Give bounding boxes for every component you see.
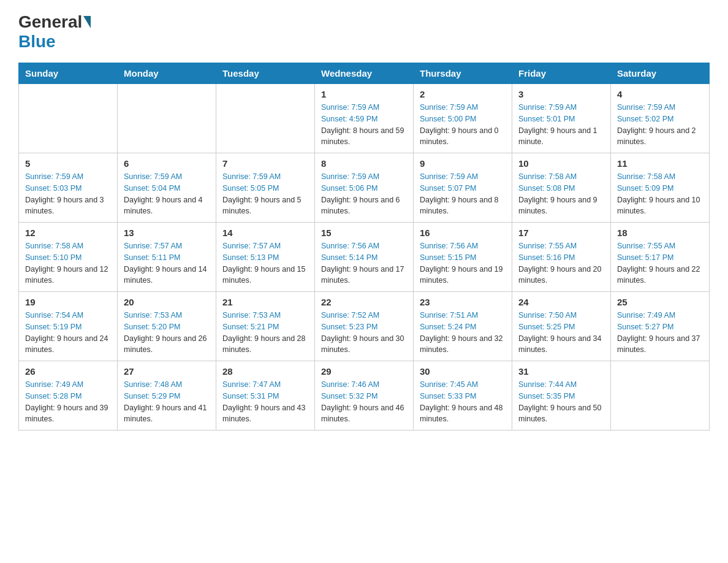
sunrise-text: Sunrise: 7:55 AM xyxy=(617,242,675,250)
weekday-header-saturday: Saturday xyxy=(611,63,710,84)
daylight-text: Daylight: 9 hours and 32 minutes. xyxy=(420,334,503,354)
calendar-cell: 20Sunrise: 7:53 AMSunset: 5:20 PMDayligh… xyxy=(118,292,216,361)
day-number: 16 xyxy=(420,228,506,238)
daylight-text: Daylight: 9 hours and 39 minutes. xyxy=(25,404,108,424)
sunrise-text: Sunrise: 7:59 AM xyxy=(321,172,379,181)
weekday-header-thursday: Thursday xyxy=(414,63,512,84)
sunrise-text: Sunrise: 7:48 AM xyxy=(124,380,182,389)
day-number: 24 xyxy=(518,297,604,307)
day-info: Sunrise: 7:55 AMSunset: 5:16 PMDaylight:… xyxy=(518,240,604,286)
daylight-text: Daylight: 9 hours and 19 minutes. xyxy=(420,265,503,285)
calendar-cell xyxy=(118,84,216,153)
day-number: 19 xyxy=(25,297,111,307)
calendar-cell: 14Sunrise: 7:57 AMSunset: 5:13 PMDayligh… xyxy=(216,223,315,292)
day-number: 20 xyxy=(124,297,210,307)
day-info: Sunrise: 7:59 AMSunset: 5:06 PMDaylight:… xyxy=(321,171,407,217)
sunset-text: Sunset: 5:07 PM xyxy=(420,184,476,193)
sunset-text: Sunset: 5:02 PM xyxy=(617,115,673,123)
sunset-text: Sunset: 5:13 PM xyxy=(222,253,279,262)
sunset-text: Sunset: 5:11 PM xyxy=(124,253,180,262)
sunset-text: Sunset: 5:25 PM xyxy=(518,323,575,331)
day-info: Sunrise: 7:51 AMSunset: 5:24 PMDaylight:… xyxy=(420,310,506,356)
daylight-text: Daylight: 9 hours and 24 minutes. xyxy=(25,334,108,354)
day-info: Sunrise: 7:49 AMSunset: 5:27 PMDaylight:… xyxy=(617,310,703,356)
weekday-header-wednesday: Wednesday xyxy=(315,63,414,84)
sunrise-text: Sunrise: 7:58 AM xyxy=(617,172,675,181)
sunset-text: Sunset: 5:28 PM xyxy=(25,392,82,400)
sunset-text: Sunset: 5:24 PM xyxy=(420,323,476,331)
sunrise-text: Sunrise: 7:53 AM xyxy=(222,311,281,320)
sunrise-text: Sunrise: 7:56 AM xyxy=(420,242,478,250)
day-number: 15 xyxy=(321,228,407,238)
sunrise-text: Sunrise: 7:53 AM xyxy=(124,311,182,320)
calendar-cell: 4Sunrise: 7:59 AMSunset: 5:02 PMDaylight… xyxy=(611,84,710,153)
sunset-text: Sunset: 5:04 PM xyxy=(124,184,180,193)
daylight-text: Daylight: 9 hours and 15 minutes. xyxy=(222,265,306,285)
day-number: 2 xyxy=(420,89,506,99)
day-number: 11 xyxy=(617,158,703,169)
day-number: 31 xyxy=(518,366,604,377)
daylight-text: Daylight: 9 hours and 14 minutes. xyxy=(124,265,207,285)
sunset-text: Sunset: 5:31 PM xyxy=(222,392,279,400)
calendar-cell: 29Sunrise: 7:46 AMSunset: 5:32 PMDayligh… xyxy=(315,361,414,431)
sunrise-text: Sunrise: 7:49 AM xyxy=(617,311,675,320)
calendar-cell: 2Sunrise: 7:59 AMSunset: 5:00 PMDaylight… xyxy=(414,84,512,153)
daylight-text: Daylight: 9 hours and 48 minutes. xyxy=(420,404,503,424)
day-number: 12 xyxy=(25,228,111,238)
sunrise-text: Sunrise: 7:57 AM xyxy=(222,242,281,250)
sunset-text: Sunset: 5:06 PM xyxy=(321,184,377,193)
calendar-cell: 24Sunrise: 7:50 AMSunset: 5:25 PMDayligh… xyxy=(512,292,611,361)
calendar-cell: 7Sunrise: 7:59 AMSunset: 5:05 PMDaylight… xyxy=(216,153,315,223)
sunset-text: Sunset: 4:59 PM xyxy=(321,115,377,123)
calendar-cell: 16Sunrise: 7:56 AMSunset: 5:15 PMDayligh… xyxy=(414,223,512,292)
calendar-cell: 11Sunrise: 7:58 AMSunset: 5:09 PMDayligh… xyxy=(611,153,710,223)
daylight-text: Daylight: 8 hours and 59 minutes. xyxy=(321,126,404,147)
sunset-text: Sunset: 5:20 PM xyxy=(124,323,180,331)
sunrise-text: Sunrise: 7:57 AM xyxy=(124,242,182,250)
day-info: Sunrise: 7:59 AMSunset: 4:59 PMDaylight:… xyxy=(321,102,407,148)
calendar-cell: 5Sunrise: 7:59 AMSunset: 5:03 PMDaylight… xyxy=(19,153,118,223)
sunrise-text: Sunrise: 7:59 AM xyxy=(617,103,675,112)
daylight-text: Daylight: 9 hours and 50 minutes. xyxy=(518,404,602,424)
daylight-text: Daylight: 9 hours and 8 minutes. xyxy=(420,196,499,216)
logo: General Blue xyxy=(18,12,92,52)
day-info: Sunrise: 7:53 AMSunset: 5:20 PMDaylight:… xyxy=(124,310,210,356)
day-info: Sunrise: 7:44 AMSunset: 5:35 PMDaylight:… xyxy=(518,379,604,425)
calendar-week-row: 12Sunrise: 7:58 AMSunset: 5:10 PMDayligh… xyxy=(19,223,710,292)
calendar-cell: 18Sunrise: 7:55 AMSunset: 5:17 PMDayligh… xyxy=(611,223,710,292)
sunset-text: Sunset: 5:01 PM xyxy=(518,115,575,123)
calendar-week-row: 26Sunrise: 7:49 AMSunset: 5:28 PMDayligh… xyxy=(19,361,710,431)
sunset-text: Sunset: 5:19 PM xyxy=(25,323,82,331)
daylight-text: Daylight: 9 hours and 3 minutes. xyxy=(25,196,104,216)
sunset-text: Sunset: 5:27 PM xyxy=(617,323,673,331)
calendar-cell: 13Sunrise: 7:57 AMSunset: 5:11 PMDayligh… xyxy=(118,223,216,292)
sunset-text: Sunset: 5:03 PM xyxy=(25,184,82,193)
day-number: 13 xyxy=(124,228,210,238)
day-info: Sunrise: 7:58 AMSunset: 5:10 PMDaylight:… xyxy=(25,240,111,286)
sunset-text: Sunset: 5:09 PM xyxy=(617,184,673,193)
calendar-cell xyxy=(216,84,315,153)
day-info: Sunrise: 7:59 AMSunset: 5:00 PMDaylight:… xyxy=(420,102,506,148)
sunrise-text: Sunrise: 7:59 AM xyxy=(222,172,281,181)
sunrise-text: Sunrise: 7:44 AM xyxy=(518,380,577,389)
calendar-header-row: SundayMondayTuesdayWednesdayThursdayFrid… xyxy=(19,63,710,84)
daylight-text: Daylight: 9 hours and 26 minutes. xyxy=(124,334,207,354)
sunrise-text: Sunrise: 7:55 AM xyxy=(518,242,577,250)
calendar-cell: 1Sunrise: 7:59 AMSunset: 4:59 PMDaylight… xyxy=(315,84,414,153)
day-number: 30 xyxy=(420,366,506,377)
page-header: General Blue xyxy=(18,12,710,52)
day-number: 14 xyxy=(222,228,308,238)
daylight-text: Daylight: 9 hours and 37 minutes. xyxy=(617,334,700,354)
sunset-text: Sunset: 5:08 PM xyxy=(518,184,575,193)
calendar-week-row: 5Sunrise: 7:59 AMSunset: 5:03 PMDaylight… xyxy=(19,153,710,223)
daylight-text: Daylight: 9 hours and 22 minutes. xyxy=(617,265,700,285)
sunrise-text: Sunrise: 7:59 AM xyxy=(124,172,182,181)
weekday-header-tuesday: Tuesday xyxy=(216,63,315,84)
day-info: Sunrise: 7:59 AMSunset: 5:01 PMDaylight:… xyxy=(518,102,604,148)
day-number: 10 xyxy=(518,158,604,169)
sunrise-text: Sunrise: 7:47 AM xyxy=(222,380,281,389)
logo-triangle-icon xyxy=(83,16,91,28)
day-number: 18 xyxy=(617,228,703,238)
sunset-text: Sunset: 5:16 PM xyxy=(518,253,575,262)
day-number: 28 xyxy=(222,366,308,377)
